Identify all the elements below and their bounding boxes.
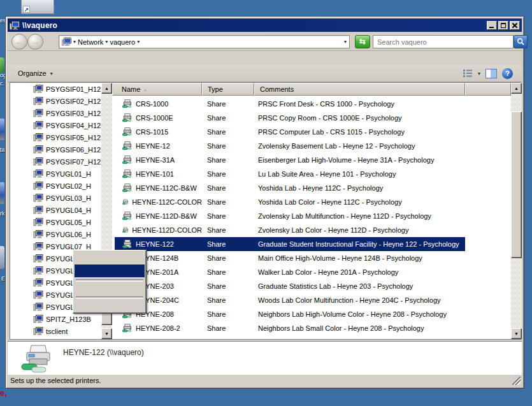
- printer-row[interactable]: HEYNE-203 Share Graduate Statistics Lab …: [112, 279, 511, 293]
- refresh-button[interactable]: ⇆: [355, 35, 370, 48]
- recycle-bin-icon-fragment[interactable]: [0, 246, 4, 269]
- tree-item-label[interactable]: PSYGSIF03_H122: [46, 110, 101, 117]
- tree-item-computer[interactable]: PSYUGL01_H: [10, 168, 101, 180]
- tree-item-computer[interactable]: tsclient: [10, 325, 101, 337]
- desktop-icon-fragment[interactable]: [0, 57, 4, 73]
- printer-name[interactable]: HEYNE-101: [136, 170, 174, 178]
- desktop-shortcut-icon[interactable]: ↗: [21, 0, 54, 14]
- tree-item-label[interactable]: PSYUGL: [46, 267, 75, 275]
- tree-item-label[interactable]: PSYGSIF06_H122: [46, 146, 101, 154]
- breadcrumb[interactable]: ▾ Network ▾ vaquero ▾ ▾: [59, 35, 350, 48]
- printer-name[interactable]: HEYNE-112D-B&W: [136, 212, 197, 220]
- tree-item-label[interactable]: PSYUGL: [46, 291, 75, 299]
- tree-item-label[interactable]: PSYGSIF02_H122: [46, 98, 101, 105]
- context-menu-item[interactable]: [75, 252, 145, 265]
- tree-item-computer[interactable]: PSYUGL02_H: [10, 180, 101, 192]
- breadcrumb-segment-label[interactable]: Network: [78, 38, 103, 46]
- tree-item-label[interactable]: PSYUGL04_H: [46, 207, 91, 214]
- printer-row[interactable]: CRS-1000E Share PRSC Copy Room - CRS 100…: [112, 111, 511, 125]
- printer-row[interactable]: HEYNE-31A Share Eisenberger Lab High-Vol…: [112, 153, 511, 167]
- scroll-up-button[interactable]: ▲: [511, 83, 522, 94]
- column-header-blank[interactable]: [465, 83, 511, 96]
- tree-item-label[interactable]: PSYUGL01_H: [46, 170, 91, 178]
- address-history-dropdown-icon[interactable]: ▾: [344, 39, 347, 45]
- printer-row[interactable]: HEYNE-204C Share Woods Lab Color Multifu…: [112, 293, 511, 307]
- printer-name[interactable]: HEYNE-31A: [136, 156, 175, 164]
- breadcrumb-segment-label[interactable]: vaquero: [110, 38, 135, 46]
- list-scrollbar[interactable]: ▲ ▼: [511, 83, 522, 339]
- context-menu-item[interactable]: [75, 277, 145, 282]
- tree-item-label[interactable]: PSYUGL: [46, 279, 75, 287]
- tree-item-computer[interactable]: PSYUGL03_H: [10, 192, 101, 204]
- tree-item-computer[interactable]: PSYGSIF01_H122: [10, 83, 101, 95]
- minimize-button[interactable]: [487, 21, 497, 30]
- tree-item-label[interactable]: PSYGSIF01_H122: [46, 85, 101, 93]
- forward-button[interactable]: →: [27, 34, 43, 50]
- preview-pane-icon[interactable]: [485, 69, 497, 78]
- tree-item-computer[interactable]: PSYGSIF07_H122: [10, 156, 101, 168]
- column-header-type[interactable]: Type: [202, 83, 254, 96]
- tree-item-label[interactable]: PSYGSIF04_H122: [46, 122, 101, 129]
- tree-item-label[interactable]: PSYUGL: [46, 255, 75, 263]
- chevron-down-icon[interactable]: ▾: [105, 39, 108, 45]
- tree-item-computer[interactable]: PSYUGL06_H: [10, 228, 101, 240]
- tree-item-computer[interactable]: PSYGSIF03_H122: [10, 107, 101, 119]
- search-input[interactable]: [374, 36, 512, 47]
- tree-item-computer[interactable]: SPITZ_H123B: [10, 313, 101, 325]
- views-dropdown-icon[interactable]: ▾: [478, 71, 480, 76]
- printer-row[interactable]: HEYNE-101 Share Lu Lab Suite Area - Heyn…: [112, 167, 511, 181]
- close-button[interactable]: [510, 21, 520, 30]
- tree-item-label[interactable]: PSYGSIF05_H122: [46, 134, 101, 141]
- tree-item-label[interactable]: tsclient: [46, 328, 68, 335]
- printer-row[interactable]: HEYNE-208-2 Share Neighbors Lab Small Co…: [112, 321, 511, 335]
- tree-item-computer[interactable]: PSYGSIF04_H122: [10, 119, 101, 131]
- help-icon[interactable]: ?: [502, 68, 513, 79]
- chevron-down-icon[interactable]: ▾: [73, 39, 76, 45]
- tree-item-label[interactable]: PSYUGL06_H: [46, 231, 91, 238]
- views-icon[interactable]: [463, 69, 473, 78]
- printer-name[interactable]: HEYNE-208-2: [136, 324, 180, 332]
- context-menu-item[interactable]: [75, 294, 145, 299]
- breadcrumb-segment[interactable]: Network ▾: [78, 38, 108, 46]
- scroll-up-button[interactable]: ▲: [101, 83, 112, 94]
- tree-item-computer[interactable]: PSYGSIF05_H122: [10, 131, 101, 143]
- printer-name[interactable]: HEYNE-12: [136, 142, 170, 150]
- context-menu-item[interactable]: [75, 282, 145, 294]
- printer-row[interactable]: HEYNE-112C-COLOR Share Yoshida Lab Color…: [112, 195, 511, 209]
- desktop-computer-icon-fragment[interactable]: [0, 182, 4, 204]
- breadcrumb-segment[interactable]: vaquero ▾: [110, 38, 140, 46]
- printer-row[interactable]: HEYNE-124B Share Main Office High-Volume…: [112, 251, 511, 265]
- printer-row[interactable]: CRS-1015 Share PRSC Computer Lab - CRS 1…: [112, 125, 511, 139]
- titlebar[interactable]: \\vaquero: [8, 18, 522, 32]
- chevron-down-icon[interactable]: ▾: [137, 39, 140, 45]
- organize-button[interactable]: Organize ▾: [18, 69, 53, 77]
- tree-item-label[interactable]: PSYUGL02_H: [46, 182, 91, 190]
- tree-item-label[interactable]: PSYUGL07_H: [46, 243, 91, 250]
- printer-row[interactable]: HEYNE-112D-B&W Share Zvolensky Lab Multi…: [112, 209, 511, 223]
- printer-name[interactable]: HEYNE-112C-B&W: [136, 184, 197, 192]
- tree-item-computer[interactable]: PSYGSIF02_H122: [10, 95, 101, 107]
- tree-item-label[interactable]: PSYUGL03_H: [46, 194, 91, 202]
- printer-row[interactable]: HEYNE-208 Share Neighbors Lab High-Volum…: [112, 307, 511, 321]
- printer-name[interactable]: HEYNE-112D-COLOR: [132, 226, 202, 234]
- printer-row[interactable]: HEYNE-122 Share Graduate Student Instruc…: [112, 237, 511, 251]
- column-header-comments[interactable]: Comments: [254, 83, 465, 96]
- printer-name[interactable]: CRS-1000: [136, 100, 168, 108]
- tree-item-computer[interactable]: PSYGSIF06_H122: [10, 143, 101, 156]
- printer-row[interactable]: CRS-1000 Share PRSC Front Desk - CRS 100…: [112, 97, 511, 111]
- printer-row[interactable]: HEYNE-112D-COLOR Share Zvolensky Lab Col…: [112, 223, 511, 237]
- scroll-down-button[interactable]: ▼: [511, 328, 522, 339]
- maximize-button[interactable]: [498, 21, 508, 30]
- context-menu-item[interactable]: [75, 299, 145, 312]
- resize-grip[interactable]: [512, 377, 521, 385]
- desktop-computer-icon-fragment[interactable]: [0, 119, 4, 140]
- tree-item-computer[interactable]: PSYUGL05_H: [10, 216, 101, 228]
- tree-item-computer[interactable]: PSYUGL04_H: [10, 204, 101, 216]
- search-button[interactable]: [514, 35, 528, 48]
- tree-item-label[interactable]: PSYUGL05_H: [46, 219, 91, 226]
- printer-name[interactable]: HEYNE-112C-COLOR: [132, 198, 202, 206]
- printer-row[interactable]: HEYNE-112C-B&W Share Yoshida Lab - Heyne…: [112, 181, 511, 195]
- printer-row[interactable]: HEYNE-12 Share Zvolensky Basement Lab - …: [112, 139, 511, 153]
- context-menu-item[interactable]: [75, 265, 145, 277]
- printer-name[interactable]: CRS-1015: [136, 128, 168, 136]
